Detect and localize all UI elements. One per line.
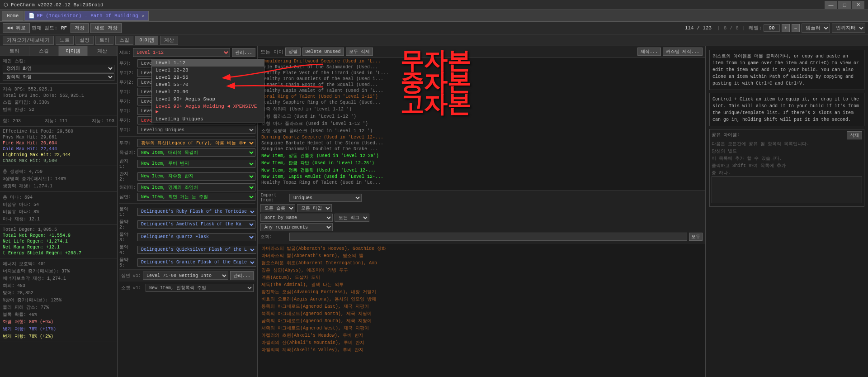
item-entry[interactable]: 소형 플라스크 (Used in 'Level 1-12 '): [258, 113, 705, 120]
sub-skill-select[interactable]: 정의의 화염: [3, 73, 114, 81]
unique-item-entry[interactable]: 비효의 오로라(Aegis Aurora), 용사의 연모양 방패: [258, 296, 705, 303]
nav-stat-items[interactable]: 아이템: [59, 46, 88, 56]
delete-all-button[interactable]: 모두 삭제: [346, 48, 373, 56]
save-new-button[interactable]: 새로 저장: [90, 23, 122, 33]
unique-item-entry[interactable]: 아켈리의 산(Ahkeli's Mountain), 루비 반지: [258, 339, 705, 346]
nav-stat-calc[interactable]: 계산: [88, 46, 117, 56]
sort-select[interactable]: Sort by Name: [260, 214, 333, 222]
flask1-select[interactable]: Delinquent's Ruby Flask of the Tortoise: [137, 208, 256, 216]
flask5-select[interactable]: Delinquent's Granite Flask of the Eagle: [137, 258, 256, 267]
nav-items[interactable]: 아이템: [135, 36, 158, 45]
item-entry[interactable]: 소형 생명력 플라스크 (Used in 'Level 1-12 '): [258, 127, 705, 134]
template-select[interactable]: 템플러: [802, 24, 830, 33]
minimize-button[interactable]: —: [825, 1, 837, 9]
socket-select[interactable]: New Item, 진청록색 주얼: [146, 284, 254, 292]
item-entry[interactable]: 소형 마나 플라스크 (Used in 'Level 1-12 '): [258, 120, 705, 127]
nav-stat-tree[interactable]: 트리: [0, 46, 29, 56]
dropdown-item[interactable]: Level 90+ Aegis Melding ◄ XPENSIVE ►: [152, 103, 264, 115]
item-entry[interactable]: Healthy Sapphire Ring of the Squall (Use…: [258, 100, 705, 105]
unique-item-entry[interactable]: 남쪽의 아그네로드(Agnerod South), 제국 지팡이: [258, 317, 705, 325]
nav-stat-skills[interactable]: 스킬: [29, 46, 59, 56]
back-button[interactable]: ◄◄ 뒤로: [3, 23, 30, 33]
level-minus-button[interactable]: –: [792, 24, 800, 32]
flask3-select[interactable]: Delinquent's Quartz Flask: [137, 233, 255, 241]
class-select[interactable]: 인퀴지터: [832, 24, 865, 33]
share-delete-button[interactable]: 삭제: [847, 131, 862, 139]
unique-item-entry[interactable]: 아버라스의 뿔(Abberath's Horn), 염소의 뿔: [258, 252, 705, 259]
item-entry[interactable]: New Item, 정동 건틀릿 (Used in 'Level 12-...: [258, 167, 705, 174]
dropdown-item[interactable]: Level 12-28: [152, 67, 264, 74]
dropdown-item[interactable]: Level 28-55: [152, 74, 264, 81]
dropdown-item[interactable]: Level 1-12: [152, 59, 264, 67]
import-select[interactable]: Uniques: [289, 194, 362, 202]
type-filter-select[interactable]: 모든 타입: [297, 204, 332, 212]
tab-pob[interactable]: 📄 RF (Inquisitor) – Path of Building ✕: [24, 11, 148, 21]
level-input[interactable]: [764, 24, 780, 32]
dropdown-item[interactable]: Level 70-90: [152, 88, 264, 95]
item-entry[interactable]: New Item, 정동 건틀릿 (Used in 'Level 12-28'): [258, 152, 705, 159]
unique-item-entry[interactable]: 북쪽의 아그네로드(Agnerod North), 제국 지팡이: [258, 310, 705, 317]
tab-home[interactable]: Home: [2, 11, 24, 21]
all-button[interactable]: 모두: [689, 233, 703, 241]
item-entry[interactable]: Sanguine Chainmail Doublet of the Drake …: [258, 146, 705, 152]
league-filter-select[interactable]: 모든 리그: [335, 214, 369, 222]
main-skill-select[interactable]: 정의의 화염: [3, 65, 114, 72]
item-entry[interactable]: Hale Rusted Coif of the Salamander (Used…: [258, 64, 705, 70]
unique-item-entry[interactable]: 아켈리의 초원(Ahkeli's Meadow), 루비 반지: [258, 332, 705, 339]
custom-craft-button[interactable]: 커스텀 제작...: [663, 48, 703, 56]
share-textarea[interactable]: [712, 176, 862, 203]
set-select[interactable]: Level 1-12: [133, 48, 230, 57]
unique-item-entry[interactable]: 아버라스의 발굽(Abberath's Hooves), Goathide 장화: [258, 245, 705, 252]
unique-item-entry[interactable]: 혐오스러운 취조(Abhorrent Interrogation), Amb: [258, 259, 705, 267]
item-entry[interactable]: New Item, Lapis Amulet (Used in 'Level 1…: [258, 174, 705, 180]
nav-notes[interactable]: 노트: [56, 36, 74, 45]
save-button[interactable]: 저장: [71, 23, 89, 33]
nav-tree[interactable]: 트리: [95, 36, 113, 45]
sort-button[interactable]: 정렬: [285, 48, 301, 56]
item-entry[interactable]: Runner's Chain Boots of the Squall (Used…: [258, 82, 705, 88]
ring1-select[interactable]: New Item, 루비 반지: [137, 160, 255, 168]
dropdown-item[interactable]: Leveling Uniques: [152, 115, 264, 123]
unique-item-entry[interactable]: 동쪽의 아그네로드(Agnerod East), 제국 지팡이: [258, 303, 705, 310]
nav-import[interactable]: 가져오기/내보내기: [3, 36, 54, 45]
delete-unused-button[interactable]: Delete Unused: [302, 48, 344, 56]
leveling-select[interactable]: Leveling Uniques: [137, 126, 255, 134]
nav-config[interactable]: 설정: [75, 36, 94, 45]
jewel-select[interactable]: New Item, 최면 거는 눈 주얼: [137, 193, 255, 201]
passive-manage-button[interactable]: 관리...: [230, 271, 254, 280]
item-entry[interactable]: Burning Quartz Sceptre (Used in 'Level 1…: [258, 134, 705, 140]
unique-item-entry[interactable]: 앞진하는 오싫(Advancing Fortress), 내장 거열기: [258, 288, 705, 296]
close-button[interactable]: ✕: [852, 1, 864, 9]
passive-select[interactable]: Level 71-90 Getting Into: [143, 272, 228, 280]
search-input[interactable]: [289, 233, 687, 241]
item-entry[interactable]: Smouldering Driftwood Sceptre (Used in '…: [258, 58, 705, 64]
slot-filter-select[interactable]: 모든 슬롯: [260, 204, 295, 212]
unique-item-entry[interactable]: 서쪽의 아그네로드(Agnerod West), 제국 지팡이: [258, 325, 705, 332]
manage-button[interactable]: 관리...: [232, 48, 255, 57]
flask2-select[interactable]: Delinquent's Amethyst Flask of the Ka: [137, 220, 255, 229]
req-filter-select[interactable]: Any requirements: [260, 223, 333, 231]
item-entry[interactable]: Coral Ring of Talent (Used in 'Level 1-1…: [258, 94, 705, 100]
belt-select[interactable]: New Item, 명계의 조임쇠: [137, 183, 255, 191]
flask4-select[interactable]: Delinquent's Quicksilver Flask of the L: [137, 246, 256, 254]
item-entry[interactable]: Healthy Topaz Ring of Talent (Used in 'L…: [258, 180, 705, 186]
unique-item-entry[interactable]: 제독(The Admiral), 광택 나는 외투: [258, 281, 705, 288]
ring2-select[interactable]: New Item, 자수정 반지: [137, 172, 255, 181]
dropdown-item[interactable]: Level 55-70: [152, 81, 264, 88]
craft-button[interactable]: 제작...: [637, 48, 661, 56]
level-plus-button[interactable]: +: [782, 24, 790, 32]
item-entry[interactable]: Healthy Lapis Amulet of Talent (Used in …: [258, 88, 705, 94]
item-entry[interactable]: Healthy Plate Vest of the Lizard (Used i…: [258, 70, 705, 76]
necklace-select[interactable]: New Item, 대리석 목걸이: [137, 148, 255, 157]
maximize-button[interactable]: □: [838, 1, 851, 9]
item-entry[interactable]: Healthy Iron Gauntlets of the Seal (Used…: [258, 76, 705, 82]
item-entry[interactable]: 가죽 허리띠 (Used in 'Level 1-12 '): [258, 105, 705, 113]
unique-item-entry[interactable]: 맥름(Actum), 도살자 도끼: [258, 274, 705, 281]
helmet-select[interactable]: 광부의 유산(Legacy of Fury), 아룡 비늘 추▼: [137, 139, 255, 147]
item-entry[interactable]: New Item, 판금 각반 (Used in 'Level 12-28'): [258, 159, 705, 167]
item-entry[interactable]: Sanguine Barbute Helmet of the Storm (Us…: [258, 140, 705, 146]
nav-skills[interactable]: 스킬: [115, 36, 133, 45]
dropdown-item[interactable]: Level 90+ Aegis Swap: [152, 95, 264, 103]
tab-close-icon[interactable]: ✕: [142, 13, 145, 19]
nav-calc[interactable]: 계산: [160, 36, 178, 45]
